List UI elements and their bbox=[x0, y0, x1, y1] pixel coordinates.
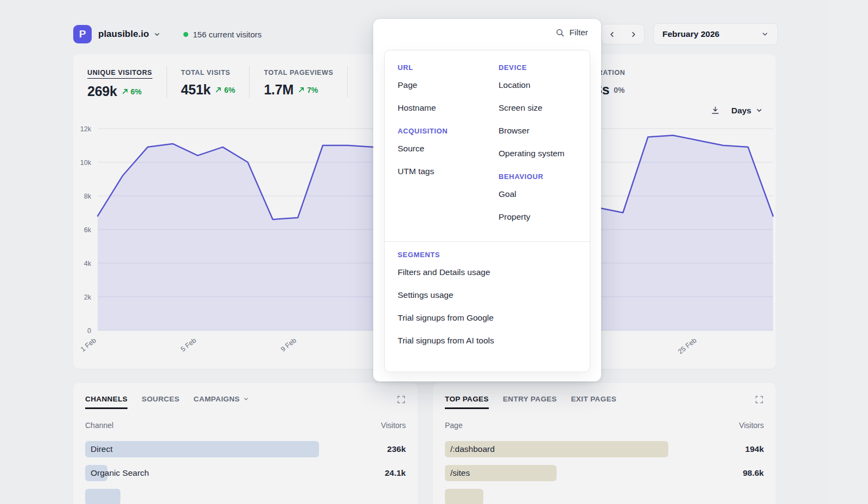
filter-col-bottom: SEGMENTSFilters and Details usageSetting… bbox=[398, 251, 577, 352]
filter-popup: URLPageHostnameACQUISITIONSourceUTM tags… bbox=[384, 50, 590, 372]
tab-top-pages[interactable]: TOP PAGES bbox=[445, 395, 489, 409]
row-value: 236k bbox=[387, 444, 406, 454]
filter-item-goal[interactable]: Goal bbox=[499, 183, 577, 206]
row-label: Organic Search bbox=[91, 468, 149, 478]
row-label: /:dashboard bbox=[450, 444, 495, 454]
search-icon bbox=[556, 28, 565, 37]
tab-channels[interactable]: CHANNELS bbox=[85, 395, 127, 409]
channels-rows: Direct236kOrganic Search24.1k bbox=[85, 437, 406, 504]
tab-entry-pages[interactable]: ENTRY PAGES bbox=[503, 395, 557, 409]
metric-value: 1.7M bbox=[264, 82, 293, 98]
row-value: 24.1k bbox=[385, 468, 406, 478]
filter-item-hostname[interactable]: Hostname bbox=[398, 97, 499, 119]
chart-controls: Days bbox=[710, 105, 763, 116]
filter-col-right: DEVICELocationScreen sizeBrowserOperatin… bbox=[499, 63, 577, 236]
column-header: Visitors bbox=[739, 421, 764, 430]
interval-selector[interactable]: Days bbox=[731, 106, 763, 116]
prev-period-button[interactable] bbox=[602, 24, 623, 44]
table-row-direct[interactable]: Direct236k bbox=[85, 437, 406, 461]
metric-unique-visitors[interactable]: UNIQUE VISITORS269k6% bbox=[87, 66, 167, 99]
svg-text:25 Feb: 25 Feb bbox=[676, 336, 698, 355]
filter-col-left: URLPageHostnameACQUISITIONSourceUTM tags bbox=[398, 63, 499, 236]
filter-group-title: BEHAVIOUR bbox=[499, 173, 577, 181]
column-header: Visitors bbox=[381, 421, 406, 430]
filter-item-page[interactable]: Page bbox=[398, 74, 499, 97]
expand-icon bbox=[755, 395, 764, 404]
metric-value-row: 1.7M7% bbox=[264, 82, 333, 98]
filter-group-behaviour: BEHAVIOURGoalProperty bbox=[499, 173, 577, 228]
row-value: 98.6k bbox=[743, 468, 764, 478]
expand-channels-button[interactable] bbox=[397, 395, 406, 404]
filter-modal: Filter URLPageHostnameACQUISITIONSourceU… bbox=[373, 19, 601, 381]
download-icon bbox=[710, 105, 720, 116]
filter-group-acquisition: ACQUISITIONSourceUTM tags bbox=[398, 127, 499, 183]
filter-item-filters-and-details-usage[interactable]: Filters and Details usage bbox=[398, 261, 577, 284]
filter-group-title: ACQUISITION bbox=[398, 127, 499, 135]
pages-card: TOP PAGESENTRY PAGESEXIT PAGES Page Visi… bbox=[433, 383, 776, 504]
table-row-partial[interactable] bbox=[85, 485, 406, 504]
next-period-button[interactable] bbox=[623, 24, 644, 44]
row-label: Direct bbox=[91, 444, 112, 454]
trend-up-icon bbox=[122, 88, 129, 95]
metric-label: TOTAL VISITS bbox=[181, 69, 231, 76]
metric-change-value: 6% bbox=[224, 86, 235, 94]
metric-label: UNIQUE VISITORS bbox=[87, 69, 152, 79]
svg-text:6k: 6k bbox=[84, 226, 92, 234]
filter-item-property[interactable]: Property bbox=[499, 206, 577, 228]
plausible-dashboard: P plausible.io 156 current visitors Febr… bbox=[0, 0, 868, 504]
column-header: Channel bbox=[85, 421, 113, 430]
channels-card: CHANNELSSOURCESCAMPAIGNS Channel Visitor… bbox=[73, 383, 418, 504]
table-row-sites[interactable]: /sites98.6k bbox=[445, 461, 764, 485]
expand-pages-button[interactable] bbox=[755, 395, 764, 404]
channels-column-headers: Channel Visitors bbox=[85, 421, 406, 430]
column-header: Page bbox=[445, 421, 463, 430]
tab-sources[interactable]: SOURCES bbox=[142, 395, 180, 409]
table-row-dashboard[interactable]: /:dashboard194k bbox=[445, 437, 764, 461]
filter-item-trial-signups-from-ai-tools[interactable]: Trial signups from AI tools bbox=[398, 329, 577, 352]
interval-label: Days bbox=[731, 106, 751, 116]
site-name: plausible.io bbox=[98, 29, 149, 40]
filter-item-location[interactable]: Location bbox=[499, 74, 577, 97]
filter-item-operating-system[interactable]: Operating system bbox=[499, 142, 577, 165]
metric-change-value: 6% bbox=[131, 87, 142, 96]
filter-group-title: SEGMENTS bbox=[398, 251, 577, 259]
svg-text:0: 0 bbox=[87, 327, 91, 335]
trend-up-icon bbox=[298, 86, 305, 93]
chevron-left-icon bbox=[608, 30, 616, 39]
current-visitors-label: 156 current visitors bbox=[193, 30, 262, 39]
metric-change: 7% bbox=[298, 86, 318, 94]
pages-column-headers: Page Visitors bbox=[445, 421, 764, 430]
plausible-logo-icon: P bbox=[73, 25, 92, 43]
filter-button[interactable]: Filter bbox=[556, 28, 588, 37]
filter-item-utm-tags[interactable]: UTM tags bbox=[398, 160, 499, 183]
svg-text:8k: 8k bbox=[84, 193, 92, 200]
filter-item-browser[interactable]: Browser bbox=[499, 119, 577, 142]
tab-label: SOURCES bbox=[142, 395, 180, 403]
chevron-down-icon bbox=[761, 30, 769, 38]
row-value: 194k bbox=[745, 444, 764, 454]
current-visitors[interactable]: 156 current visitors bbox=[183, 30, 262, 39]
tab-exit-pages[interactable]: EXIT PAGES bbox=[571, 395, 616, 409]
tab-campaigns[interactable]: CAMPAIGNS bbox=[194, 395, 249, 409]
chevron-down-icon bbox=[243, 396, 249, 402]
divider bbox=[385, 241, 590, 242]
chevron-right-icon bbox=[629, 30, 637, 39]
metric-total-visits[interactable]: TOTAL VISITS451k6% bbox=[167, 66, 250, 98]
filter-item-trial-signups-from-google[interactable]: Trial signups from Google bbox=[398, 307, 577, 329]
download-button[interactable] bbox=[710, 105, 720, 116]
table-row-partial[interactable] bbox=[445, 485, 764, 504]
channels-tabs-row: CHANNELSSOURCESCAMPAIGNS bbox=[85, 395, 406, 409]
metric-total-pageviews[interactable]: TOTAL PAGEVIEWS1.7M7% bbox=[249, 66, 348, 98]
filter-item-settings-usage[interactable]: Settings usage bbox=[398, 284, 577, 307]
table-row-organic-search[interactable]: Organic Search24.1k bbox=[85, 461, 406, 485]
metric-label: TOTAL PAGEVIEWS bbox=[264, 69, 333, 76]
date-range-selector[interactable]: February 2026 bbox=[653, 23, 778, 45]
svg-text:4k: 4k bbox=[84, 260, 92, 267]
row-bar bbox=[445, 489, 483, 504]
filter-item-source[interactable]: Source bbox=[398, 137, 499, 160]
filter-item-screen-size[interactable]: Screen size bbox=[499, 97, 577, 119]
filter-group-device: DEVICELocationScreen sizeBrowserOperatin… bbox=[499, 63, 577, 165]
filter-columns: URLPageHostnameACQUISITIONSourceUTM tags… bbox=[398, 63, 577, 236]
site-switcher[interactable]: P plausible.io bbox=[73, 25, 161, 43]
row-bar bbox=[85, 441, 319, 457]
